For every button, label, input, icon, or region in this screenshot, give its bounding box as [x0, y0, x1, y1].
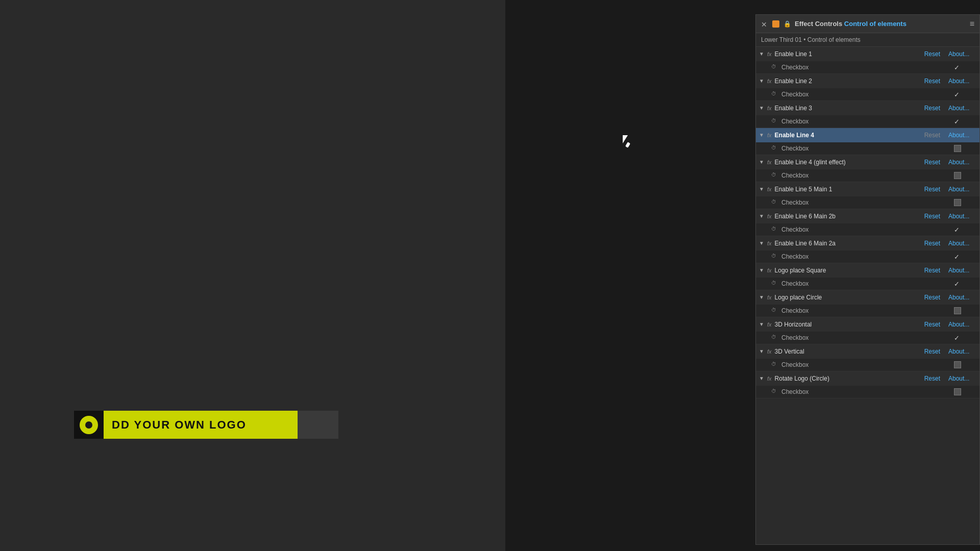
- effect-group-3: ▼ fx Enable Line 3 Reset About... ⏱ Chec…: [756, 101, 979, 128]
- effect-sub-10: ⏱ Checkbox: [756, 305, 979, 317]
- effect-group-8: ▼ fx Enable Line 6 Main 2a Reset About..…: [756, 236, 979, 263]
- effect-header-8[interactable]: ▼ fx Enable Line 6 Main 2a Reset About..…: [756, 236, 979, 251]
- effects-list: ▼ fx Enable Line 1 Reset About... ⏱ Chec…: [756, 47, 979, 540]
- expand-arrow-icon: ▼: [759, 105, 765, 111]
- about-button-6[interactable]: About...: [948, 186, 976, 193]
- text-box-yellow: DD YOUR OWN LOGO: [104, 411, 298, 439]
- effect-header-2[interactable]: ▼ fx Enable Line 2 Reset About...: [756, 74, 979, 88]
- effect-sub-8: ⏱ Checkbox ✓: [756, 251, 979, 263]
- effect-header-12[interactable]: ▼ fx 3D Vertical Reset About...: [756, 344, 979, 359]
- about-button-7[interactable]: About...: [948, 213, 976, 220]
- reset-button-7[interactable]: Reset: [924, 213, 940, 220]
- mouse-cursor: [623, 135, 633, 149]
- effect-header-10[interactable]: ▼ fx Logo place Circle Reset About...: [756, 290, 979, 305]
- effect-header-9[interactable]: ▼ fx Logo place Square Reset About...: [756, 263, 979, 278]
- clock-icon: ⏱: [771, 226, 778, 233]
- reset-button-13[interactable]: Reset: [924, 375, 940, 382]
- reset-button-2[interactable]: Reset: [924, 78, 940, 85]
- effect-header-13[interactable]: ▼ fx Rotate Logo (Circle) Reset About...: [756, 371, 979, 386]
- close-icon[interactable]: ✕: [761, 20, 768, 28]
- lock-icon: 🔒: [783, 20, 791, 28]
- about-button-2[interactable]: About...: [948, 78, 976, 85]
- checkbox-checked-icon: ✓: [954, 334, 961, 341]
- checkbox-label: Checkbox: [781, 334, 954, 341]
- about-button-1[interactable]: About...: [948, 51, 976, 58]
- effect-sub-5: ⏱ Checkbox: [756, 169, 979, 182]
- checkbox-label: Checkbox: [781, 91, 954, 98]
- expand-arrow-icon: ▼: [759, 186, 765, 192]
- fx-icon: fx: [767, 159, 772, 165]
- fx-icon: fx: [767, 375, 772, 382]
- effect-group-13: ▼ fx Rotate Logo (Circle) Reset About...…: [756, 371, 979, 398]
- about-button-5[interactable]: About...: [948, 159, 976, 166]
- about-button-11[interactable]: About...: [948, 321, 976, 328]
- about-button-4[interactable]: About...: [948, 132, 976, 139]
- effect-sub-1: ⏱ Checkbox ✓: [756, 61, 979, 73]
- effect-header-11[interactable]: ▼ fx 3D Horizontal Reset About...: [756, 317, 979, 332]
- effect-header-1[interactable]: ▼ fx Enable Line 1 Reset About...: [756, 47, 979, 61]
- expand-arrow-icon: ▼: [759, 159, 765, 165]
- effect-header-4[interactable]: ▼ fx Enable Line 4 Reset About...: [756, 128, 979, 142]
- fx-icon: fx: [767, 348, 772, 355]
- reset-button-10[interactable]: Reset: [924, 294, 940, 301]
- reset-button-3[interactable]: Reset: [924, 105, 940, 112]
- reset-button-4[interactable]: Reset: [924, 132, 940, 139]
- expand-arrow-icon: ▼: [759, 348, 765, 355]
- effect-group-9: ▼ fx Logo place Square Reset About... ⏱ …: [756, 263, 979, 290]
- panel-menu-icon[interactable]: ≡: [970, 19, 974, 29]
- about-button-13[interactable]: About...: [948, 375, 976, 382]
- about-button-3[interactable]: About...: [948, 105, 976, 112]
- about-button-9[interactable]: About...: [948, 267, 976, 274]
- about-button-8[interactable]: About...: [948, 240, 976, 247]
- reset-button-8[interactable]: Reset: [924, 240, 940, 247]
- expand-arrow-icon: ▼: [759, 267, 765, 273]
- effect-group-5: ▼ fx Enable Line 4 (glint effect) Reset …: [756, 155, 979, 182]
- clock-icon: ⏱: [771, 361, 778, 368]
- effect-sub-13: ⏱ Checkbox: [756, 386, 979, 398]
- effect-sub-12: ⏱ Checkbox: [756, 359, 979, 371]
- effect-sub-9: ⏱ Checkbox ✓: [756, 278, 979, 290]
- checkbox-label: Checkbox: [781, 118, 954, 125]
- checkbox-label: Checkbox: [781, 307, 954, 314]
- clock-icon: ⏱: [771, 388, 778, 395]
- panel-subtitle: Lower Third 01 • Control of elements: [756, 33, 979, 47]
- effect-group-1: ▼ fx Enable Line 1 Reset About... ⏱ Chec…: [756, 47, 979, 74]
- reset-button-9[interactable]: Reset: [924, 267, 940, 274]
- checkbox-empty: [954, 388, 961, 395]
- expand-arrow-icon: ▼: [759, 132, 765, 138]
- effect-name-9: Logo place Square: [775, 267, 924, 274]
- reset-button-5[interactable]: Reset: [924, 159, 940, 166]
- clock-icon: ⏱: [771, 253, 778, 260]
- checkbox-checked-icon: ✓: [954, 280, 961, 287]
- effect-header-6[interactable]: ▼ fx Enable Line 5 Main 1 Reset About...: [756, 182, 979, 196]
- effect-header-5[interactable]: ▼ fx Enable Line 4 (glint effect) Reset …: [756, 155, 979, 169]
- reset-button-1[interactable]: Reset: [924, 51, 940, 58]
- effect-group-10: ▼ fx Logo place Circle Reset About... ⏱ …: [756, 290, 979, 317]
- fx-icon: fx: [767, 267, 772, 273]
- fx-icon: fx: [767, 321, 772, 328]
- effect-sub-11: ⏱ Checkbox ✓: [756, 332, 979, 344]
- checkbox-label: Checkbox: [781, 199, 954, 206]
- effect-group-6: ▼ fx Enable Line 5 Main 1 Reset About...…: [756, 182, 979, 209]
- about-button-12[interactable]: About...: [948, 348, 976, 355]
- logo-circle: [80, 416, 98, 434]
- checkbox-empty: [954, 199, 961, 206]
- reset-button-11[interactable]: Reset: [924, 321, 940, 328]
- clock-icon: ⏱: [771, 334, 778, 341]
- about-button-10[interactable]: About...: [948, 294, 976, 301]
- checkbox-label: Checkbox: [781, 361, 954, 368]
- effect-group-11: ▼ fx 3D Horizontal Reset About... ⏱ Chec…: [756, 317, 979, 344]
- reset-button-6[interactable]: Reset: [924, 186, 940, 193]
- checkbox-empty: [954, 361, 961, 368]
- effect-group-2: ▼ fx Enable Line 2 Reset About... ⏱ Chec…: [756, 74, 979, 101]
- panel-color-icon: [772, 20, 779, 28]
- reset-button-12[interactable]: Reset: [924, 348, 940, 355]
- effect-header-7[interactable]: ▼ fx Enable Line 6 Main 2b Reset About..…: [756, 209, 979, 223]
- clock-icon: ⏱: [771, 199, 778, 206]
- lower-third-text: DD YOUR OWN LOGO: [112, 418, 247, 432]
- checkbox-label: Checkbox: [781, 226, 954, 233]
- effect-header-3[interactable]: ▼ fx Enable Line 3 Reset About...: [756, 101, 979, 115]
- preview-area: DD YOUR OWN LOGO: [0, 0, 505, 551]
- effect-name-5: Enable Line 4 (glint effect): [775, 159, 924, 166]
- fx-icon: fx: [767, 186, 772, 192]
